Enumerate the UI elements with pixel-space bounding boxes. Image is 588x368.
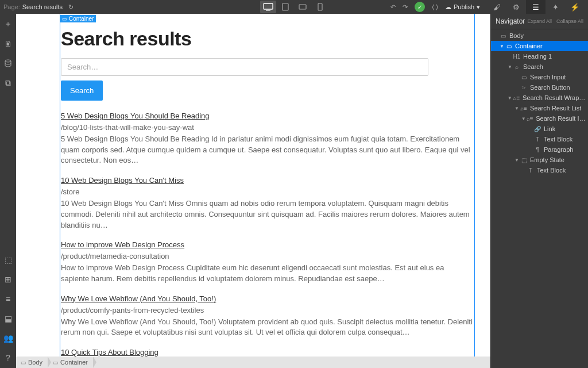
tree-node-label: Search Result List [530, 105, 581, 112]
tree-node-label: Body [509, 32, 524, 39]
refresh-icon[interactable]: ↻ [68, 3, 74, 11]
publish-button[interactable]: ☁ Publish ▾ [445, 3, 480, 11]
panel-tab-settings[interactable]: ⚙ [506, 0, 526, 14]
tree-node-icon: ▭ [520, 74, 528, 80]
tree-arrow-icon[interactable]: ▼ [514, 158, 520, 163]
breadcrumb-label: Container [60, 359, 88, 366]
tree-node-label: Container [515, 43, 543, 49]
tree-node-label: Search Result Wrapper [523, 94, 586, 101]
svg-point-5 [5, 60, 11, 62]
tree-node-label: Search [523, 63, 543, 70]
tree-node-icon: ¶ [533, 147, 541, 153]
tree-node-label: Search Result Item [536, 115, 586, 122]
undo-icon[interactable]: ↶ [390, 3, 396, 11]
svg-rect-3 [299, 5, 306, 9]
svg-rect-0 [264, 3, 273, 9]
navigator-header: Navigator Expand All Collapse All [491, 14, 588, 29]
tree-arrow-icon[interactable]: ▼ [514, 106, 520, 111]
tree-node[interactable]: ☞Search Button [491, 82, 588, 93]
panel-tabs: 🖌 ⚙ ☰ ✦ ⚡ [487, 0, 585, 14]
canvas[interactable]: Container Search results Search 5 Web De… [16, 14, 490, 356]
tree-node-label: Search Button [530, 84, 570, 91]
tree-arrow-icon[interactable]: ▼ [507, 64, 513, 70]
tree-node[interactable]: ▼⬚Empty State [491, 155, 588, 165]
tree-node-icon: T [533, 136, 541, 143]
toolbar-right: ↶ ↷ ✓ ⟨ ⟩ ☁ Publish ▾ 🖌 ⚙ ☰ ✦ ⚡ [390, 0, 585, 14]
tool-5-icon[interactable]: 👥 [2, 332, 14, 344]
svg-rect-2 [283, 3, 288, 10]
add-element-icon[interactable]: ＋ [2, 18, 14, 30]
breadcrumb-bar: ▭Body▭Container [16, 356, 490, 368]
expand-all-button[interactable]: Expand All [527, 18, 552, 24]
tool-2-icon[interactable]: ⊞ [2, 274, 14, 285]
top-toolbar: Page: Search results ↻ ↶ ↷ ✓ ⟨ ⟩ ☁ Publi… [0, 0, 588, 14]
pages-icon[interactable]: 🗎 [2, 38, 14, 49]
breadcrumb-icon: ▭ [21, 359, 26, 366]
assets-icon[interactable]: ⧉ [2, 77, 14, 89]
tree-node-icon: H1 [513, 53, 521, 60]
device-phone-landscape-button[interactable] [295, 1, 311, 13]
breadcrumb-item[interactable]: ▭Container [48, 356, 94, 368]
cms-icon[interactable] [2, 57, 14, 69]
tree-node[interactable]: ▭Search Input [491, 72, 588, 82]
tree-node-icon: ⌕≡ [526, 116, 533, 122]
tree-node[interactable]: ▼▭Container [491, 41, 588, 51]
tree-node-label: Heading 1 [523, 53, 552, 60]
navigator-tree: ▭Body▼▭ContainerH1Heading 1▼⌕Search▭Sear… [491, 29, 588, 177]
svg-rect-4 [318, 3, 322, 10]
device-tablet-button[interactable] [277, 1, 293, 13]
tree-node[interactable]: ▼⌕≡Search Result List [491, 103, 588, 113]
collapse-all-button[interactable]: Collapse All [556, 18, 583, 24]
panel-tab-power[interactable]: ⚡ [565, 0, 585, 14]
tree-node[interactable]: TText Block [491, 134, 588, 144]
help-icon[interactable]: ? [2, 352, 14, 363]
tree-node-label: Search Input [530, 74, 566, 80]
tree-arrow-icon[interactable]: ▼ [499, 44, 505, 49]
page-name[interactable]: Search results [22, 3, 63, 10]
tree-node[interactable]: TText Block [491, 165, 588, 175]
code-icon[interactable]: ⟨ ⟩ [432, 3, 438, 11]
canvas-wrap: Container Search results Search 5 Web De… [16, 14, 490, 356]
tool-1-icon[interactable]: ⬚ [2, 254, 14, 266]
tree-node-icon: ⬚ [520, 157, 528, 163]
tool-4-icon[interactable]: ⬓ [2, 313, 14, 324]
container-outline [60, 14, 475, 356]
tree-node-icon: T [527, 167, 535, 174]
tree-node-label: Link [544, 125, 555, 132]
selection-tag[interactable]: Container [60, 15, 96, 22]
tree-node[interactable]: 🔗Link [491, 124, 588, 134]
tree-node-label: Empty State [530, 156, 564, 163]
device-desktop-button[interactable] [260, 1, 276, 13]
tree-node[interactable]: H1Heading 1 [491, 51, 588, 62]
tree-node-icon: ⌕≡ [513, 95, 520, 101]
tree-node-icon: ⌕ [513, 64, 521, 70]
device-switcher [260, 1, 328, 13]
tree-arrow-icon[interactable]: ▼ [507, 95, 513, 101]
tree-node-label: Text Block [544, 136, 572, 143]
tree-node[interactable]: ▼⌕≡Search Result Wrapper [491, 93, 588, 103]
page-label: Page: [3, 3, 20, 10]
tool-3-icon[interactable]: ≡ [2, 293, 14, 305]
panel-tab-style[interactable]: 🖌 [487, 0, 506, 14]
tree-arrow-icon[interactable]: ▼ [521, 116, 526, 121]
tree-node-icon: ▭ [505, 43, 513, 49]
tree-node-icon: ☞ [520, 85, 528, 91]
left-sidebar: ＋ 🗎 ⧉ ⬚ ⊞ ≡ ⬓ 👥 ? [0, 14, 16, 368]
breadcrumb-item[interactable]: ▭Body [16, 356, 48, 368]
panel-tab-interactions[interactable]: ✦ [546, 0, 565, 14]
tree-node-icon: 🔗 [533, 126, 541, 132]
device-phone-button[interactable] [312, 1, 328, 13]
tree-node-icon: ▭ [499, 33, 507, 39]
navigator-panel: Navigator Expand All Collapse All ▭Body▼… [490, 14, 588, 368]
svg-rect-1 [266, 10, 270, 11]
panel-tab-navigator[interactable]: ☰ [526, 0, 546, 14]
status-check-icon[interactable]: ✓ [415, 2, 425, 12]
breadcrumb-icon: ▭ [53, 359, 58, 366]
tree-node[interactable]: ▼⌕≡Search Result Item [491, 113, 588, 124]
navigator-title: Navigator [496, 17, 525, 25]
tree-node-label: Text Block [537, 167, 566, 174]
tree-node[interactable]: ¶Paragraph [491, 144, 588, 155]
tree-node[interactable]: ▭Body [491, 30, 588, 41]
redo-icon[interactable]: ↷ [403, 3, 408, 11]
tree-node[interactable]: ▼⌕Search [491, 62, 588, 72]
